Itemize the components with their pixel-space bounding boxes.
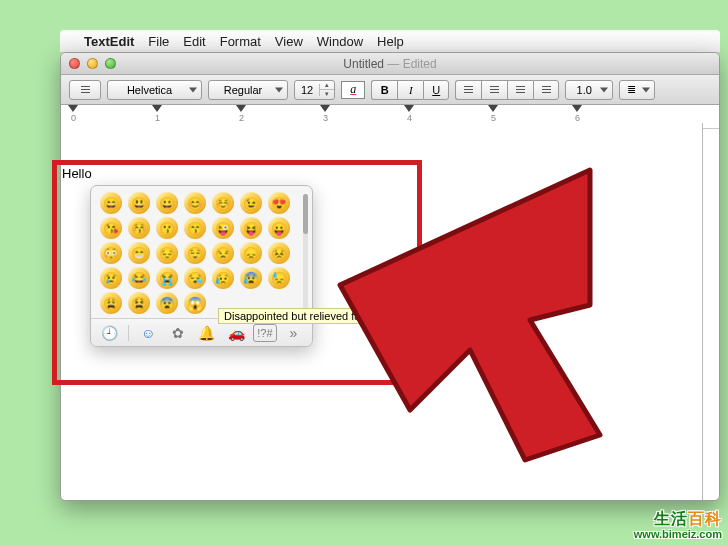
titlebar[interactable]: Untitled — Edited [61,53,719,75]
align-justify-button[interactable] [533,80,559,100]
bold-button[interactable]: B [371,80,397,100]
align-left-button[interactable] [455,80,481,100]
emoji-item[interactable]: 😚 [128,217,150,239]
scrollbar-thumb[interactable] [303,194,308,234]
ruler-mark: 5 [491,113,496,123]
emoji-item[interactable]: 😰 [240,267,262,289]
menu-help[interactable]: Help [377,34,404,49]
emoji-item[interactable]: 😝 [240,217,262,239]
underline-button[interactable]: U [423,80,449,100]
emoji-item[interactable]: 😩 [100,292,122,314]
emoji-item[interactable]: 😜 [212,217,234,239]
ruler-mark: 4 [407,113,412,123]
font-style-group: B I U [371,80,449,100]
nature-tab-icon[interactable]: ✿ [165,322,190,344]
emoji-item[interactable]: 😪 [184,267,206,289]
text-color-swatch[interactable]: a [341,81,365,99]
emoji-item[interactable]: 😣 [268,242,290,264]
emoji-scroll-area[interactable]: 😄 😃 😀 😊 ☺️ 😉 😍 😘 😚 😗 😙 😜 😝 😛 😳 😁 😔 😌 😒 😞… [91,186,312,318]
emoji-item[interactable]: 😌 [184,242,206,264]
ruler-mark: 2 [239,113,244,123]
window-title: Untitled — Edited [61,57,719,71]
menu-edit[interactable]: Edit [183,34,205,49]
emoji-item[interactable]: 😂 [128,267,150,289]
ruler-tab[interactable] [488,105,498,112]
emoji-item[interactable]: 😞 [240,242,262,264]
menubar: TextEdit File Edit Format View Window He… [60,30,720,52]
menu-view[interactable]: View [275,34,303,49]
menu-file[interactable]: File [148,34,169,49]
align-right-button[interactable] [507,80,533,100]
styles-button[interactable] [69,80,101,100]
emoji-item[interactable]: 😓 [268,267,290,289]
align-group [455,80,559,100]
document-state: — Edited [387,57,436,71]
document-name: Untitled [343,57,384,71]
divider [128,325,129,341]
smileys-tab-icon[interactable]: ☺ [135,322,160,344]
emoji-item[interactable]: 😳 [100,242,122,264]
emoji-item[interactable]: 😒 [212,242,234,264]
app-name[interactable]: TextEdit [84,34,134,49]
menu-format[interactable]: Format [220,34,261,49]
ruler-tab[interactable] [572,105,582,112]
emoji-item[interactable]: 😄 [100,192,122,214]
line-spacing-select[interactable]: 1.0 [565,80,613,100]
menu-window[interactable]: Window [317,34,363,49]
ruler-mark: 6 [575,113,580,123]
emoji-item[interactable]: 😢 [100,267,122,289]
emoji-item[interactable]: 😃 [128,192,150,214]
font-family-select[interactable]: Helvetica [107,80,202,100]
emoji-grid: 😄 😃 😀 😊 ☺️ 😉 😍 😘 😚 😗 😙 😜 😝 😛 😳 😁 😔 😌 😒 😞… [100,192,308,314]
ruler-mark: 1 [155,113,160,123]
align-center-button[interactable] [481,80,507,100]
objects-tab-icon[interactable]: 🔔 [194,322,219,344]
emoji-item[interactable]: 😉 [240,192,262,214]
emoji-item[interactable]: 😁 [128,242,150,264]
watermark: 生活百科 www.bimeiz.com [634,510,722,540]
italic-button[interactable]: I [397,80,423,100]
emoji-item[interactable]: 😱 [184,292,206,314]
font-size-stepper[interactable]: 12 ▴▾ [294,80,335,100]
toolbar: Helvetica Regular 12 ▴▾ a B I U 1.0 ≣ [61,75,719,105]
emoji-item[interactable]: 😀 [156,192,178,214]
symbols-tab-icon[interactable]: !?# [253,324,277,342]
list-style-select[interactable]: ≣ [619,80,655,100]
document-text[interactable]: Hello [62,166,92,181]
ruler-tab[interactable] [68,105,78,112]
emoji-item[interactable]: 😨 [156,292,178,314]
font-style-select[interactable]: Regular [208,80,288,100]
travel-tab-icon[interactable]: 🚗 [224,322,249,344]
emoji-item[interactable]: 😫 [128,292,150,314]
emoji-item[interactable]: 😘 [100,217,122,239]
size-up-icon[interactable]: ▴ [320,81,334,90]
ruler-tab[interactable] [404,105,414,112]
recent-tab-icon[interactable]: 🕘 [97,322,122,344]
ruler-tab[interactable] [152,105,162,112]
emoji-tooltip: Disappointed but relieved face [218,308,378,324]
emoji-item[interactable]: 😙 [184,217,206,239]
emoji-item[interactable]: 😊 [184,192,206,214]
emoji-item[interactable]: 😥 [212,267,234,289]
ruler-mark: 3 [323,113,328,123]
emoji-item[interactable]: ☺️ [212,192,234,214]
emoji-item[interactable]: 😗 [156,217,178,239]
ruler-tab[interactable] [320,105,330,112]
size-down-icon[interactable]: ▾ [320,90,334,98]
ruler-tab[interactable] [236,105,246,112]
more-tab-icon[interactable]: » [281,322,306,344]
emoji-item[interactable]: 😭 [156,267,178,289]
emoji-item[interactable]: 😍 [268,192,290,214]
ruler-mark: 0 [71,113,76,123]
emoji-item[interactable]: 😔 [156,242,178,264]
emoji-item[interactable]: 😛 [268,217,290,239]
